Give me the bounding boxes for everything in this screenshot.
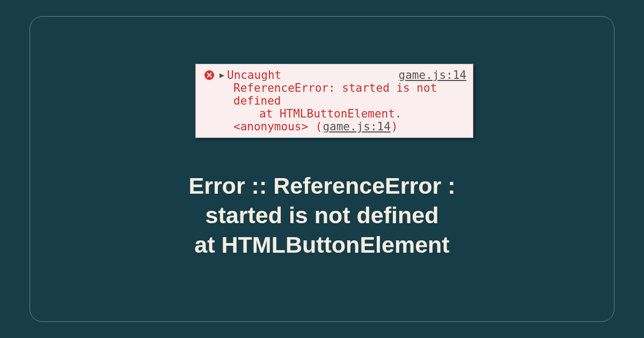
error-icon — [204, 70, 214, 80]
headline-line: Error :: ReferenceError : — [80, 171, 564, 201]
expand-arrow-icon[interactable]: ▶ — [219, 70, 224, 80]
error-source-link-top[interactable]: game.js:14 — [399, 69, 466, 82]
error-message-line: ReferenceError: started is not — [204, 82, 466, 94]
error-trace-line: at HTMLButtonElement. — [204, 107, 466, 120]
headline-line: started is not defined — [80, 201, 564, 230]
content-card: ▶ Uncaught game.js:14 ReferenceError: st… — [30, 16, 614, 322]
error-anonymous-label: <anonymous> — [233, 120, 308, 133]
headline-line: at HTMLButtonElement — [80, 230, 564, 260]
error-source-link-inline[interactable]: game.js:14 — [323, 120, 390, 133]
paren-close: ) — [391, 120, 398, 133]
paren-open: ( — [316, 120, 323, 133]
devtools-console-error: ▶ Uncaught game.js:14 ReferenceError: st… — [195, 64, 473, 138]
error-uncaught-label: Uncaught — [227, 69, 399, 82]
headline-text: Error :: ReferenceError : started is not… — [80, 171, 564, 260]
error-message-line: defined — [204, 94, 466, 107]
